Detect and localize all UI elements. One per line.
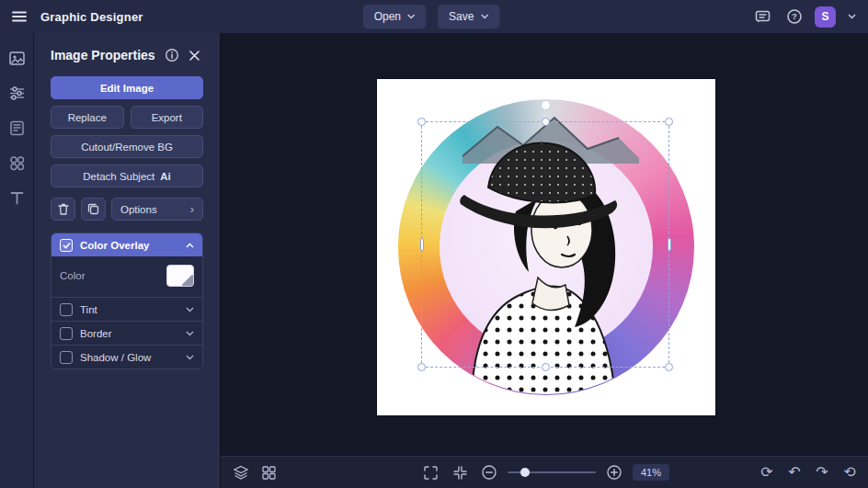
cutout-remove-bg-button[interactable]: Cutout/Remove BG: [51, 135, 203, 158]
duplicate-button[interactable]: [81, 198, 106, 221]
save-button[interactable]: Save: [438, 5, 499, 28]
templates-tool-icon[interactable]: [5, 116, 29, 140]
export-button[interactable]: Export: [131, 106, 204, 129]
delete-button[interactable]: [51, 198, 75, 221]
portrait-illustration: [398, 99, 694, 395]
open-button-label: Open: [374, 10, 401, 23]
color-overlay-body: Color: [51, 256, 202, 297]
adjustments-tool-icon[interactable]: [5, 81, 29, 105]
zoom-slider[interactable]: [508, 466, 596, 479]
panel-title: Image Properties: [51, 48, 155, 62]
replace-button[interactable]: Replace: [51, 106, 124, 129]
rotate-icon[interactable]: ⟳: [756, 461, 778, 483]
canvas-area[interactable]: [221, 33, 868, 456]
tool-rail: [0, 33, 34, 488]
topbar: Graphic Designer Open Save ? S: [0, 0, 868, 33]
color-overlay-checkbox[interactable]: [60, 239, 73, 252]
ai-badge: Ai: [160, 171, 171, 182]
app-window: Graphic Designer Open Save ? S: [0, 0, 868, 488]
options-label: Options: [120, 204, 157, 215]
chevron-down-icon[interactable]: [186, 307, 194, 312]
chevron-down-icon: [407, 14, 416, 19]
elements-tool-icon[interactable]: [5, 151, 29, 175]
color-overlay-label: Color Overlay: [80, 240, 149, 251]
detach-subject-button[interactable]: Detach Subject Ai: [51, 165, 203, 187]
history-icon[interactable]: ⟲: [839, 461, 861, 483]
tint-label: Tint: [80, 304, 97, 315]
zoom-out-icon[interactable]: [478, 461, 500, 483]
artboard[interactable]: [377, 79, 715, 415]
tint-row[interactable]: Tint: [51, 297, 202, 321]
layers-icon[interactable]: [230, 461, 252, 483]
chevron-up-icon[interactable]: [186, 243, 194, 248]
check-icon: [63, 242, 71, 249]
grid-view-icon[interactable]: [257, 461, 280, 483]
chevron-down-icon[interactable]: [186, 331, 194, 336]
zoom-level-badge[interactable]: 41%: [633, 464, 669, 481]
chevron-down-icon[interactable]: [186, 355, 194, 360]
shadow-glow-label: Shadow / Glow: [80, 352, 151, 363]
border-checkbox[interactable]: [60, 327, 73, 340]
border-label: Border: [80, 328, 112, 339]
color-swatch[interactable]: [166, 265, 194, 287]
zoom-in-icon[interactable]: [603, 461, 625, 483]
shadow-glow-checkbox[interactable]: [60, 351, 73, 364]
comments-icon[interactable]: [750, 5, 774, 28]
color-overlay-header[interactable]: Color Overlay: [51, 233, 202, 256]
help-icon[interactable]: ?: [782, 5, 806, 28]
color-label: Color: [60, 270, 85, 281]
undo-icon[interactable]: ↶: [783, 461, 805, 483]
account-chevron-icon[interactable]: [844, 5, 859, 28]
rotate-handle[interactable]: [542, 101, 550, 109]
zoom-slider-thumb[interactable]: [520, 468, 530, 477]
close-icon[interactable]: [185, 46, 203, 64]
open-button[interactable]: Open: [363, 5, 427, 28]
fit-screen-icon[interactable]: [419, 461, 441, 483]
shadow-glow-row[interactable]: Shadow / Glow: [51, 345, 202, 369]
app-title: Graphic Designer: [40, 10, 143, 24]
border-row[interactable]: Border: [51, 321, 202, 345]
menu-icon[interactable]: [7, 5, 31, 28]
zoom-to-selection-icon[interactable]: [449, 461, 471, 483]
info-icon[interactable]: [163, 46, 181, 64]
bottom-toolbar: 41% ⟳ ↶ ↷ ⟲: [221, 456, 868, 488]
redo-icon[interactable]: ↷: [811, 461, 833, 483]
edit-image-button[interactable]: Edit Image: [51, 76, 203, 99]
text-tool-icon[interactable]: [5, 186, 29, 210]
options-button[interactable]: Options ›: [111, 198, 203, 221]
svg-text:?: ?: [792, 11, 797, 21]
chevron-down-icon: [480, 14, 488, 19]
save-button-label: Save: [449, 10, 474, 23]
chevron-right-icon: ›: [190, 202, 194, 216]
avatar[interactable]: S: [815, 6, 836, 28]
tint-checkbox[interactable]: [60, 303, 73, 316]
detach-subject-label: Detach Subject: [83, 171, 154, 182]
effects-card: Color Overlay Color Tint Border: [51, 233, 203, 369]
image-properties-panel: Image Properties Edit Image Replace Expo…: [34, 33, 221, 488]
images-tool-icon[interactable]: [5, 46, 29, 70]
